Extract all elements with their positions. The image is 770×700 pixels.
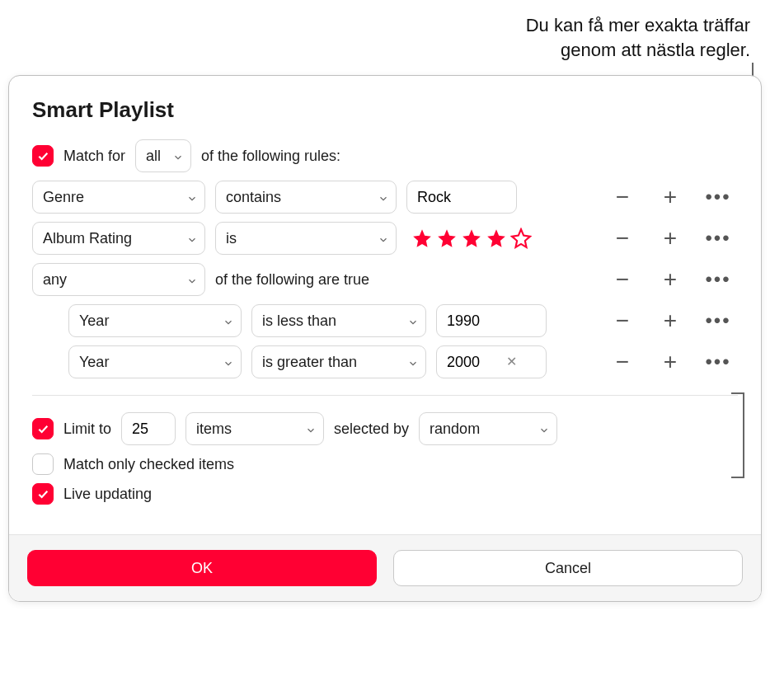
more-rule-button[interactable]: ••• (703, 182, 733, 212)
selected-by-value: random (430, 420, 480, 438)
match-only-checked-label: Match only checked items (63, 456, 234, 473)
rule-field-value: Year (79, 354, 109, 371)
rule-value-field[interactable] (416, 188, 508, 207)
remove-rule-button[interactable]: − (608, 265, 637, 294)
chevron-down-icon (378, 191, 389, 203)
rule-value-input[interactable]: ✕ (436, 345, 547, 378)
remove-rule-button[interactable]: − (608, 223, 637, 253)
limit-checkbox[interactable] (32, 418, 54, 439)
match-only-checked-row: Match only checked items (32, 453, 738, 475)
star-outline-icon[interactable] (510, 228, 532, 249)
group-mode-value: any (43, 271, 67, 289)
limit-count-input[interactable] (121, 412, 176, 445)
star-icon[interactable] (486, 228, 507, 249)
add-rule-button[interactable]: + (655, 265, 685, 294)
rule-value-field[interactable] (445, 353, 503, 372)
rule-field-select[interactable]: Year (68, 304, 242, 337)
match-only-checked-checkbox[interactable] (32, 453, 54, 475)
more-rule-button[interactable]: ••• (703, 306, 733, 336)
rule-operator-value: is less than (262, 312, 336, 330)
rule-group-row: any of the following are true − + ••• (32, 263, 738, 296)
clear-input-button[interactable]: ✕ (503, 354, 519, 370)
match-suffix: of the following rules: (201, 148, 340, 165)
more-rule-button[interactable]: ••• (703, 265, 733, 294)
remove-rule-button[interactable]: − (608, 182, 637, 212)
match-row: Match for all of the following rules: (32, 139, 738, 172)
remove-rule-button[interactable]: − (608, 306, 637, 336)
more-rule-button[interactable]: ••• (703, 347, 733, 377)
group-mode-select[interactable]: any (32, 263, 205, 296)
smart-playlist-dialog: Smart Playlist Match for all of the foll… (8, 75, 762, 602)
separator (32, 395, 738, 396)
star-icon[interactable] (461, 228, 482, 249)
match-checkbox[interactable] (32, 145, 54, 167)
star-icon[interactable] (411, 228, 433, 249)
add-rule-button[interactable]: + (655, 347, 685, 377)
rule-field-select[interactable]: Year (68, 345, 242, 378)
rule-field-value: Year (79, 312, 109, 330)
nested-rule-row: Year is greater than ✕ − + ••• (32, 345, 738, 378)
rule-operator-value: contains (226, 189, 281, 206)
add-rule-button[interactable]: + (655, 182, 685, 212)
rule-operator-select[interactable]: contains (215, 181, 397, 214)
dialog-title: Smart Playlist (32, 97, 738, 123)
cancel-button[interactable]: Cancel (393, 550, 743, 586)
chevron-down-icon (172, 150, 184, 162)
rule-value-field[interactable] (445, 312, 538, 331)
callout-annotation: Du kan få mer exakta träffar genom att n… (0, 0, 770, 68)
rule-value-input[interactable] (436, 304, 547, 337)
nested-rule-row: Year is less than − + ••• (32, 304, 738, 337)
match-prefix: Match for (63, 148, 125, 165)
rule-operator-value: is (226, 230, 237, 247)
rating-input[interactable] (406, 228, 532, 249)
rule-row: Album Rating is − + ••• (32, 222, 738, 255)
rule-operator-select[interactable]: is greater than (251, 345, 426, 378)
rule-field-value: Genre (43, 189, 84, 206)
limit-count-field[interactable] (130, 420, 167, 439)
chevron-down-icon (223, 315, 234, 327)
limit-prefix: Limit to (63, 420, 111, 438)
match-mode-value: all (146, 148, 161, 165)
chevron-down-icon (223, 356, 234, 368)
live-updating-checkbox[interactable] (32, 483, 54, 505)
star-icon[interactable] (436, 228, 458, 249)
chevron-down-icon (407, 356, 419, 368)
chevron-down-icon (305, 423, 317, 435)
group-suffix: of the following are true (215, 271, 369, 289)
rule-operator-select[interactable]: is (215, 222, 397, 255)
add-rule-button[interactable]: + (655, 306, 685, 336)
match-mode-select[interactable]: all (135, 139, 191, 172)
ok-button[interactable]: OK (27, 550, 377, 586)
rule-field-select[interactable]: Album Rating (32, 222, 205, 255)
live-updating-label: Live updating (63, 486, 152, 503)
chevron-down-icon (538, 423, 550, 435)
callout-line1: Du kan få mer exakta träffar (526, 15, 750, 35)
chevron-down-icon (186, 274, 198, 285)
limit-unit-select[interactable]: items (185, 412, 324, 445)
rule-field-value: Album Rating (43, 230, 132, 247)
chevron-down-icon (186, 233, 198, 244)
dialog-footer: OK Cancel (9, 534, 761, 601)
limit-row: Limit to items selected by random (32, 412, 738, 445)
rule-row: Genre contains − + ••• (32, 181, 738, 214)
chevron-down-icon (407, 315, 419, 327)
add-rule-button[interactable]: + (655, 223, 685, 253)
rule-operator-value: is greater than (262, 354, 357, 371)
remove-rule-button[interactable]: − (608, 347, 637, 377)
chevron-down-icon (186, 191, 198, 203)
more-rule-button[interactable]: ••• (703, 223, 733, 253)
callout-bracket (731, 392, 744, 478)
limit-unit-value: items (196, 420, 232, 438)
rule-value-input[interactable] (406, 181, 517, 214)
callout-line2: genom att nästla regler. (561, 40, 750, 60)
selected-by-select[interactable]: random (419, 412, 557, 445)
rule-operator-select[interactable]: is less than (251, 304, 426, 337)
rule-field-select[interactable]: Genre (32, 181, 205, 214)
live-updating-row: Live updating (32, 483, 738, 505)
chevron-down-icon (378, 233, 389, 244)
selected-by-label: selected by (334, 420, 409, 438)
